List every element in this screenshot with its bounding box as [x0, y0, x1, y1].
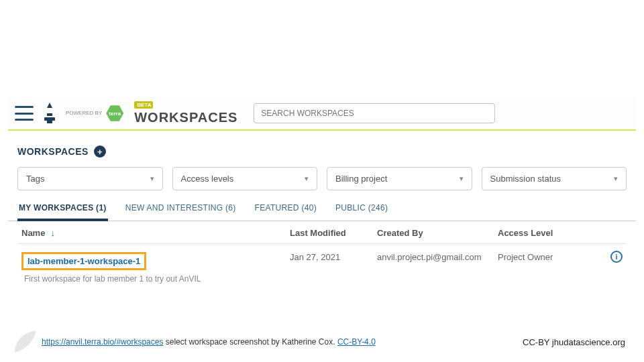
footer-right: CC-BY jhudatascience.org — [523, 337, 625, 347]
filter-billing-project[interactable]: Billing project▾ — [327, 167, 472, 190]
leaf-icon — [13, 330, 38, 354]
footer-license-link[interactable]: CC-BY-4.0 — [337, 337, 376, 347]
col-header-created-by[interactable]: Created By — [377, 228, 498, 238]
slide-footer: https://anvil.terra.bio/#workspaces sele… — [0, 330, 644, 354]
chevron-down-icon: ▾ — [150, 174, 154, 183]
svg-rect-0 — [44, 117, 55, 121]
cell-name: lab-member-1-workspace-1 — [21, 252, 290, 270]
app-window: POWERED BY terra BETA WORKSPACES WORKSPA… — [8, 97, 636, 289]
tab-public[interactable]: PUBLIC (246) — [334, 197, 389, 221]
anvil-logo-icon — [40, 101, 59, 125]
col-header-label: Name — [21, 228, 45, 238]
info-icon[interactable]: i — [610, 251, 623, 263]
cell-last-modified: Jan 27, 2021 — [290, 252, 377, 262]
tab-bar: MY WORKSPACES (1) NEW AND INTERESTING (6… — [8, 197, 636, 221]
menu-icon[interactable] — [15, 106, 34, 121]
add-workspace-button[interactable]: + — [94, 145, 106, 158]
section-title: WORKSPACES — [17, 146, 89, 157]
search-input[interactable] — [254, 103, 495, 123]
filter-label: Submission status — [490, 174, 561, 184]
workspace-table: Name ↓ Last Modified Created By Access L… — [8, 221, 636, 289]
terra-logo-icon: terra — [106, 105, 123, 122]
page-title: WORKSPACES — [134, 110, 237, 125]
cell-created-by: anvil.project.pi@gmail.com — [377, 252, 498, 262]
table-row: lab-member-1-workspace-1 Jan 27, 2021 an… — [17, 244, 627, 273]
table-header: Name ↓ Last Modified Created By Access L… — [17, 221, 627, 244]
tab-my-workspaces[interactable]: MY WORKSPACES (1) — [17, 197, 108, 221]
powered-by-wrap: POWERED BY terra — [66, 105, 123, 122]
beta-badge: BETA — [134, 101, 153, 109]
footer-left: https://anvil.terra.bio/#workspaces sele… — [13, 330, 376, 354]
filter-label: Access levels — [181, 174, 234, 184]
filter-label: Tags — [26, 174, 44, 184]
filter-tags[interactable]: Tags▾ — [17, 167, 163, 190]
chevron-down-icon: ▾ — [614, 174, 618, 183]
filter-access-levels[interactable]: Access levels▾ — [172, 167, 318, 190]
col-header-last-modified[interactable]: Last Modified — [290, 228, 377, 238]
footer-caption: https://anvil.terra.bio/#workspaces sele… — [42, 337, 376, 347]
workspace-link[interactable]: lab-member-1-workspace-1 — [21, 252, 146, 270]
topbar: POWERED BY terra BETA WORKSPACES — [8, 97, 636, 131]
svg-rect-1 — [47, 121, 52, 123]
page-title-wrap: BETA WORKSPACES — [134, 101, 237, 125]
tab-new-interesting[interactable]: NEW AND INTERESTING (6) — [124, 197, 237, 221]
filter-bar: Tags▾ Access levels▾ Billing project▾ Su… — [8, 167, 636, 197]
tab-featured[interactable]: FEATURED (40) — [254, 197, 318, 221]
col-header-name[interactable]: Name ↓ — [21, 228, 290, 238]
filter-submission-status[interactable]: Submission status▾ — [482, 167, 627, 190]
chevron-down-icon: ▾ — [305, 174, 309, 183]
chevron-down-icon: ▾ — [460, 174, 464, 183]
filter-label: Billing project — [335, 174, 387, 184]
powered-by-label: POWERED BY — [66, 111, 102, 116]
cell-access-level: Project Owner — [498, 252, 623, 262]
workspace-description: First workspace for lab member 1 to try … — [17, 273, 627, 289]
section-header: WORKSPACES + — [8, 131, 636, 167]
sort-down-icon: ↓ — [50, 228, 55, 238]
footer-url-link[interactable]: https://anvil.terra.bio/#workspaces — [42, 337, 163, 347]
footer-text: select workspace screenshot by Katherine… — [163, 337, 337, 347]
col-header-access-level[interactable]: Access Level — [498, 228, 623, 238]
